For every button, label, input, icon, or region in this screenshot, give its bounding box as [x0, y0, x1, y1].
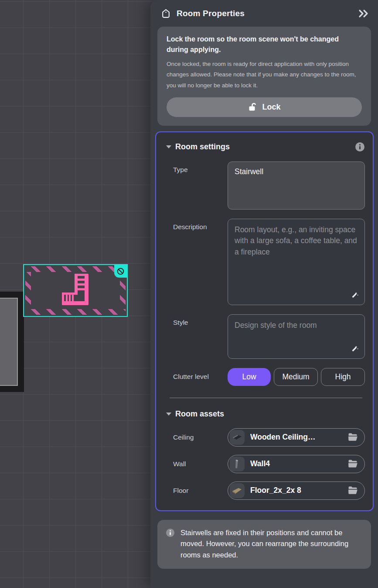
clutter-row: Clutter level Low Medium High [164, 368, 365, 386]
section-divider [170, 398, 362, 398]
clutter-label: Clutter level [164, 373, 228, 381]
room-properties-panel: Room Properties Lock the room so the roo… [150, 0, 378, 588]
room-settings-header[interactable]: Room settings [164, 142, 365, 152]
ceiling-label: Ceiling [164, 433, 228, 441]
room-assets-header[interactable]: Room assets [164, 409, 365, 419]
wall-thumbnail [230, 457, 245, 471]
collapse-triangle-icon [166, 413, 171, 416]
adjacent-room[interactable] [0, 292, 24, 392]
ceiling-thumbnail [230, 430, 245, 445]
style-input[interactable] [228, 315, 364, 358]
panel-header: Room Properties [150, 0, 378, 24]
collapse-panel-button[interactable] [358, 9, 369, 18]
ceiling-row: Ceiling Wooden Ceiling… [164, 428, 365, 447]
style-label: Style [164, 314, 228, 359]
floor-thumbnail [230, 483, 245, 498]
info-icon[interactable] [355, 142, 365, 152]
lock-button[interactable]: Lock [167, 97, 362, 117]
magic-wand-icon[interactable] [350, 344, 359, 354]
description-label: Description [164, 219, 228, 305]
room-locked-position-badge [114, 265, 127, 278]
description-row: Description [164, 219, 365, 305]
type-label: Type [164, 162, 228, 210]
type-field[interactable]: Stairwell [228, 162, 365, 210]
no-entry-icon [116, 267, 125, 275]
page-title: Room Properties [177, 9, 353, 18]
wall-label: Wall [164, 460, 228, 468]
stairwell-info-text: Stairwells are fixed in their positions … [180, 527, 363, 561]
folder-icon[interactable] [348, 486, 358, 495]
unlock-icon [248, 102, 257, 112]
lock-button-label: Lock [262, 103, 280, 112]
floor-row: Floor Floor_2x_2x 8 [164, 481, 365, 500]
wall-row: Wall Wall4 [164, 455, 365, 473]
ceiling-asset-field[interactable]: Wooden Ceiling… [228, 428, 365, 447]
style-row: Style [164, 314, 365, 359]
lock-card-title: Lock the room so the room scene won't be… [167, 34, 362, 55]
floor-asset-field[interactable]: Floor_2x_2x 8 [228, 481, 365, 500]
collapse-triangle-icon [166, 145, 171, 148]
hatch-border-left [25, 272, 31, 309]
clutter-option-low[interactable]: Low [228, 368, 271, 386]
hatch-border-bottom [25, 309, 126, 315]
floor-asset-name: Floor_2x_2x 8 [250, 486, 342, 495]
type-row: Type Stairwell [164, 162, 365, 210]
magic-wand-icon[interactable] [350, 291, 359, 300]
wall-asset-field[interactable]: Wall4 [228, 455, 365, 473]
folder-icon[interactable] [348, 433, 358, 442]
ceiling-asset-name: Wooden Ceiling… [250, 433, 342, 442]
room-settings-section: Room settings Type Stairwell Description [155, 131, 374, 511]
lock-card-body: Once locked, the room is ready for direc… [167, 59, 362, 91]
room-settings-title: Room settings [175, 142, 351, 151]
hatch-border-top [25, 266, 126, 272]
wall-asset-name: Wall4 [250, 459, 342, 468]
description-input[interactable] [228, 219, 364, 305]
lock-info-card: Lock the room so the room scene won't be… [157, 27, 371, 126]
home-icon [160, 8, 171, 19]
stairwell-info-card: Stairwells are fixed in their positions … [157, 520, 371, 569]
clutter-level-group: Low Medium High [228, 368, 365, 386]
info-icon [166, 528, 175, 561]
clutter-option-high[interactable]: High [321, 368, 365, 386]
floor-label: Floor [164, 487, 228, 495]
selected-stairwell-room[interactable] [23, 264, 128, 317]
clutter-option-medium[interactable]: Medium [274, 368, 318, 386]
stairs-icon [62, 274, 89, 305]
room-assets-title: Room assets [175, 409, 365, 419]
folder-icon[interactable] [348, 459, 358, 468]
